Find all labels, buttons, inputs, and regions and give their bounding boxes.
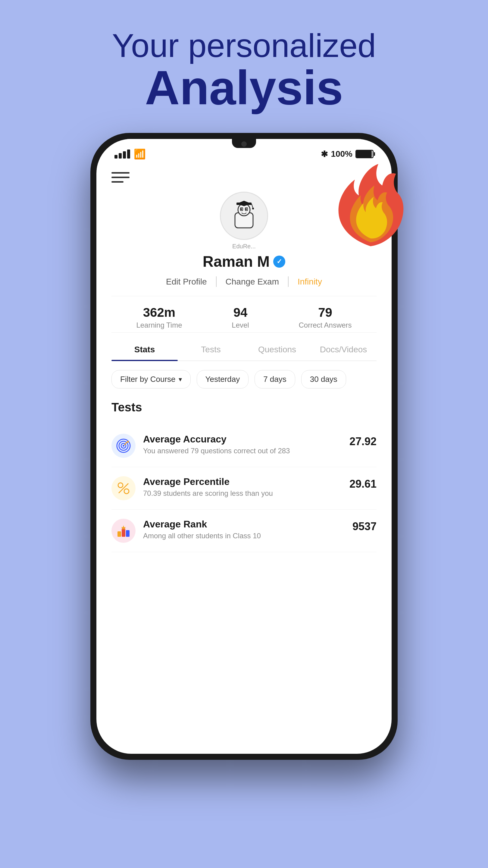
battery-percent: 100%: [331, 149, 352, 159]
stat-label-learning: Learning Time: [136, 321, 182, 330]
phone-mockup: 📶 ✱ 100%: [90, 133, 398, 766]
stat-learning-time: 362m Learning Time: [136, 305, 182, 330]
flame-decoration: [331, 160, 410, 250]
filter-30days-label: 30 days: [310, 375, 337, 384]
signal-bar-3: [123, 151, 126, 158]
accuracy-value: 27.92: [350, 434, 377, 448]
svg-point-4: [240, 208, 242, 210]
stat-item-rank: Average Rank Among all other students in…: [111, 510, 377, 552]
filter-yesterday-btn[interactable]: Yesterday: [197, 370, 249, 389]
filter-7days-btn[interactable]: 7 days: [255, 370, 295, 389]
stat-value-correct: 79: [299, 305, 352, 320]
notch: [232, 139, 256, 148]
percentile-icon: [111, 476, 135, 500]
hamburger-line-3: [111, 181, 124, 183]
percentile-value: 29.61: [350, 476, 377, 490]
svg-line-18: [119, 484, 128, 493]
stat-item-accuracy: Average Accuracy You answered 79 questio…: [111, 425, 377, 467]
accuracy-icon: [111, 434, 135, 458]
stat-value-learning: 362m: [136, 305, 182, 320]
tab-stats[interactable]: Stats: [111, 342, 178, 361]
signal-bar-2: [119, 153, 122, 158]
svg-point-17: [124, 489, 129, 494]
accuracy-desc: You answered 79 questions correct out of…: [143, 447, 342, 455]
edit-profile-btn[interactable]: Edit Profile: [157, 277, 216, 287]
hamburger-line-1: [111, 172, 130, 174]
rank-info: Average Rank Among all other students in…: [143, 519, 345, 540]
tab-questions[interactable]: Questions: [244, 342, 310, 361]
stat-level: 94 Level: [232, 305, 249, 330]
percentile-name: Average Percentile: [143, 476, 342, 487]
battery-fill: [356, 151, 372, 157]
svg-rect-19: [118, 531, 121, 537]
svg-rect-21: [126, 530, 130, 537]
svg-line-8: [252, 204, 253, 208]
wifi-icon: 📶: [134, 148, 146, 160]
svg-point-16: [118, 483, 123, 488]
svg-point-9: [252, 208, 254, 210]
camera: [241, 141, 247, 147]
battery-icon: [355, 150, 373, 158]
hamburger-line-2: [111, 177, 130, 178]
verified-badge: ✓: [273, 255, 285, 268]
percentile-info: Average Percentile 70.39 students are sc…: [143, 476, 342, 498]
brand-label: EduRe...: [232, 243, 256, 250]
tabs: Stats Tests Questions Docs/Videos: [111, 339, 377, 361]
tab-docs-videos[interactable]: Docs/Videos: [310, 342, 377, 361]
filter-yesterday-label: Yesterday: [205, 375, 240, 384]
signal-icon: [115, 150, 130, 158]
profile-actions: Edit Profile Change Exam Infinity: [157, 276, 331, 287]
chevron-down-icon: ▾: [178, 375, 182, 383]
rank-value: 9537: [352, 519, 377, 533]
signal-bar-4: [127, 150, 130, 158]
signal-bar-1: [115, 155, 118, 158]
filter-row: Filter by Course ▾ Yesterday 7 days 30 d…: [111, 370, 377, 389]
filter-by-course-btn[interactable]: Filter by Course ▾: [111, 370, 191, 389]
stat-label-level: Level: [232, 321, 249, 330]
filter-7days-label: 7 days: [263, 375, 287, 384]
infinity-btn[interactable]: Infinity: [289, 277, 331, 287]
accuracy-name: Average Accuracy: [143, 434, 342, 445]
status-left: 📶: [115, 148, 146, 160]
avatar: [220, 192, 268, 240]
svg-point-5: [245, 208, 247, 210]
hamburger-lines: [111, 172, 130, 183]
user-name-text: Raman M: [203, 253, 270, 270]
section-title-tests: Tests: [111, 401, 377, 414]
rank-name: Average Rank: [143, 519, 345, 530]
status-right: ✱ 100%: [321, 149, 373, 159]
stat-item-percentile: Average Percentile 70.39 students are sc…: [111, 467, 377, 510]
rank-icon: [111, 519, 135, 543]
filter-30days-btn[interactable]: 30 days: [301, 370, 346, 389]
hero-line2: Analysis: [112, 64, 376, 112]
svg-marker-7: [236, 201, 252, 206]
user-name: Raman M ✓: [203, 253, 285, 270]
filter-course-label: Filter by Course: [120, 375, 175, 384]
percentile-desc: 70.39 students are scoring less than you: [143, 489, 342, 498]
stat-correct-answers: 79 Correct Answers: [299, 305, 352, 330]
stat-label-correct: Correct Answers: [299, 321, 352, 330]
accuracy-info: Average Accuracy You answered 79 questio…: [143, 434, 342, 455]
rank-desc: Among all other students in Class 10: [143, 532, 345, 540]
stat-value-level: 94: [232, 305, 249, 320]
bluetooth-icon: ✱: [321, 149, 328, 159]
tab-tests[interactable]: Tests: [178, 342, 244, 361]
hero-section: Your personalized Analysis: [112, 0, 376, 133]
change-exam-btn[interactable]: Change Exam: [217, 277, 288, 287]
stats-row: 362m Learning Time 94 Level 79 Correct A…: [111, 296, 377, 333]
hero-line1: Your personalized: [112, 27, 376, 64]
